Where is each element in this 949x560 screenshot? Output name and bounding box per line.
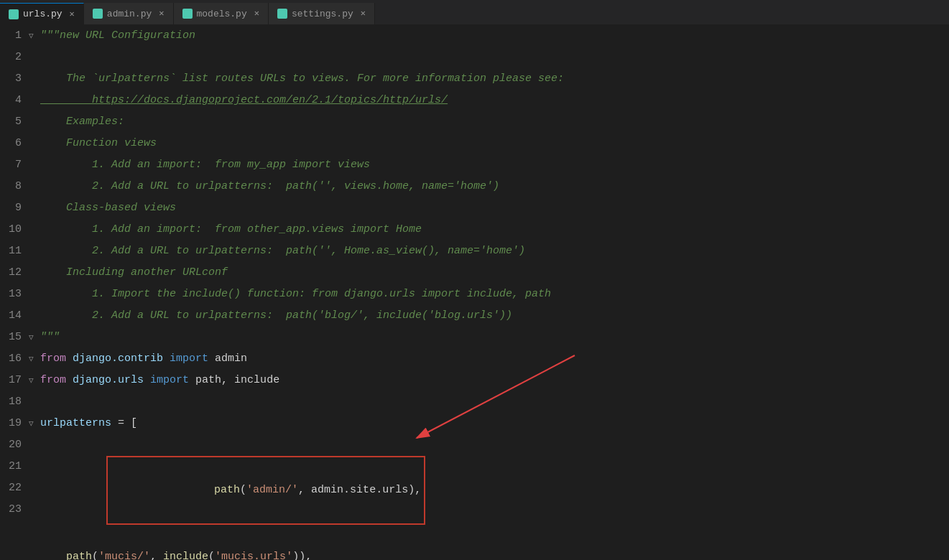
tab-close-admin[interactable]: ✕ <box>159 9 164 18</box>
code-line-20: path('admin/', admin.site.urls), <box>29 434 949 546</box>
line-num-11: 11 <box>0 241 29 262</box>
code-comma-20: , admin.site.urls), <box>298 484 421 496</box>
tab-icon-models <box>182 9 193 19</box>
code-text-9: Class-based views <box>40 197 176 219</box>
code-text-6: Function views <box>40 133 157 154</box>
line-num-10: 10 <box>0 219 29 241</box>
code-sp-17c <box>189 370 195 391</box>
code-text-14: 2. Add a URL to urlpatterns: path('blog/… <box>40 305 512 327</box>
code-lines: ▽ """new URL Configuration The `urlpatte… <box>29 25 949 560</box>
code-sp-17b <box>144 370 150 391</box>
editor-window: urls.py ✕ admin.py ✕ models.py ✕ setting… <box>0 0 949 560</box>
tab-admin[interactable]: admin.py ✕ <box>84 3 174 24</box>
code-kw-from-17: from <box>40 370 66 391</box>
tab-bar: urls.py ✕ admin.py ✕ models.py ✕ setting… <box>0 0 949 25</box>
code-val-17: path, include <box>195 370 279 391</box>
tab-models[interactable]: models.py ✕ <box>174 3 269 24</box>
tab-close-settings[interactable]: ✕ <box>361 9 366 18</box>
highlight-box-20: path('admin/', admin.site.urls), <box>106 456 425 525</box>
line-num-21: 21 <box>0 456 29 477</box>
code-sp-19a: = [ <box>111 413 137 434</box>
code-text-12: Including another URLconf <box>40 262 228 284</box>
tab-icon-urls <box>9 9 19 19</box>
code-text-18 <box>40 391 47 413</box>
code-line-15: ▽ """ <box>29 327 949 348</box>
code-comma-21: , <box>150 546 163 560</box>
code-text-5: Examples: <box>40 111 124 133</box>
code-sp-16c <box>208 348 215 370</box>
code-text-2 <box>40 47 47 68</box>
line-num-12: 12 <box>0 262 29 284</box>
line-num-18: 18 <box>0 391 29 413</box>
code-sp-16b <box>163 348 170 370</box>
code-line-10: 1. Add an import: from other_app.views i… <box>29 219 949 241</box>
line-num-13: 13 <box>0 284 29 305</box>
code-kw-from-16: from <box>40 348 66 370</box>
code-sp-17a <box>66 370 73 391</box>
line-num-20: 20 <box>0 434 29 456</box>
line-num-15: 15 <box>0 327 29 348</box>
tab-urls[interactable]: urls.py ✕ <box>0 3 84 24</box>
tab-label-models: models.py <box>197 9 247 19</box>
code-sp-21a <box>40 546 66 560</box>
code-text-10: 1. Add an import: from other_app.views i… <box>40 219 422 241</box>
line-num-22: 22 <box>0 477 29 499</box>
code-line-4: https://docs.djangoproject.com/en/2.1/to… <box>29 90 949 111</box>
tab-close-models[interactable]: ✕ <box>254 9 259 18</box>
code-func-21b: include <box>163 546 208 560</box>
code-text-13: 1. Import the include() function: from d… <box>40 284 551 305</box>
line-num-17: 17 <box>0 370 29 391</box>
fold-icon-1[interactable]: ▽ <box>29 25 40 47</box>
code-str-21b: 'mucis.urls' <box>215 546 292 560</box>
fold-icon-19[interactable]: ▽ <box>29 413 40 434</box>
tab-label-admin: admin.py <box>107 9 152 19</box>
fold-icon-17[interactable]: ▽ <box>29 370 40 391</box>
code-line-14: 2. Add a URL to urlpatterns: path('blog/… <box>29 305 949 327</box>
code-line-17: ▽ from django.urls import path, include <box>29 370 949 391</box>
code-val-16: admin <box>215 348 247 370</box>
line-num-7: 7 <box>0 154 29 176</box>
line-num-2: 2 <box>0 47 29 68</box>
code-text-3: The `urlpatterns` list routes URLs to vi… <box>40 68 564 90</box>
line-num-5: 5 <box>0 111 29 133</box>
code-paren-21a: ( <box>92 546 98 560</box>
line-num-4: 4 <box>0 90 29 111</box>
code-var-19: urlpatterns <box>40 413 111 434</box>
code-sp-16a <box>66 348 73 370</box>
code-mod-16: django.contrib <box>73 348 163 370</box>
code-line-16: ▽ from django.contrib import admin <box>29 348 949 370</box>
code-text-4: https://docs.djangoproject.com/en/2.1/to… <box>40 90 448 111</box>
code-text-8: 2. Add a URL to urlpatterns: path('', vi… <box>40 176 499 197</box>
code-close-21: )), <box>292 546 312 560</box>
code-line-9: Class-based views <box>29 197 949 219</box>
line-number-gutter: 1 2 3 4 5 6 7 8 9 10 11 12 13 14 15 16 1… <box>0 25 29 560</box>
code-sp-20a <box>188 484 214 496</box>
line-num-23: 23 <box>0 499 29 521</box>
fold-icon-16[interactable]: ▽ <box>29 348 40 370</box>
code-editor: 1 2 3 4 5 6 7 8 9 10 11 12 13 14 15 16 1… <box>0 25 949 560</box>
tab-settings[interactable]: settings.py ✕ <box>269 3 375 24</box>
tab-close-urls[interactable]: ✕ <box>70 10 75 19</box>
code-text-1: """new URL Configuration <box>40 25 195 47</box>
code-line-2 <box>29 47 949 68</box>
line-num-8: 8 <box>0 176 29 197</box>
line-num-1: 1 <box>0 25 29 47</box>
code-line-1: ▽ """new URL Configuration <box>29 25 949 47</box>
code-paren-20a: ( <box>240 484 246 496</box>
fold-icon-15[interactable]: ▽ <box>29 327 40 348</box>
code-line-3: The `urlpatterns` list routes URLs to vi… <box>29 68 949 90</box>
line-num-14: 14 <box>0 305 29 327</box>
code-line-19: ▽ urlpatterns = [ <box>29 413 949 434</box>
code-line-7: 1. Add an import: from my_app import vie… <box>29 154 949 176</box>
line-num-6: 6 <box>0 133 29 154</box>
line-num-19: 19 <box>0 413 29 434</box>
code-line-12: Including another URLconf <box>29 262 949 284</box>
code-import-16: import <box>170 348 208 370</box>
line-num-16: 16 <box>0 348 29 370</box>
tab-label-urls: urls.py <box>23 9 63 19</box>
code-text-11: 2. Add a URL to urlpatterns: path('', Ho… <box>40 241 525 262</box>
code-func-21: path <box>66 546 92 560</box>
code-func-20: path <box>214 484 240 496</box>
code-line-13: 1. Import the include() function: from d… <box>29 284 949 305</box>
tab-icon-admin <box>93 9 103 19</box>
